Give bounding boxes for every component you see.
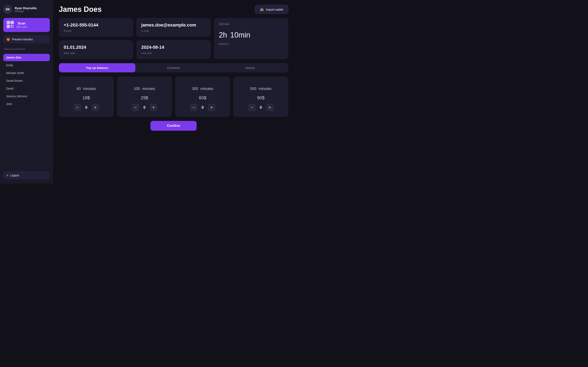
package-100-number: 100: [134, 87, 140, 91]
present-minutes-button[interactable]: 🎁 Present minutes: [3, 35, 50, 43]
wallet-icon: 👜: [260, 8, 264, 11]
avatar: RR: [3, 5, 12, 14]
sidebar-customer-item[interactable]: Emily: [3, 62, 50, 69]
email-label: E-mail: [141, 29, 206, 33]
package-100-price: 29$: [141, 95, 148, 100]
qr-icon: [7, 21, 14, 29]
package-500-unit: minutes: [259, 87, 272, 91]
package-60-increment[interactable]: +: [92, 104, 99, 111]
package-300-counter: − 0 +: [190, 104, 215, 111]
package-60-counter: − 0 +: [74, 104, 99, 111]
package-500-counter: − 0 +: [248, 104, 274, 111]
packages-grid: 60 minutes 18$ − 0 + 100 minutes 29$ −: [59, 76, 288, 117]
package-100-count: 0: [143, 105, 147, 110]
sidebar: RR Ryan Reynolds Manager: [0, 0, 53, 184]
last-visit-card: 2024-08-14 Last visit: [136, 40, 211, 59]
package-300-count: 0: [201, 105, 205, 110]
package-100-unit: minutes: [142, 87, 155, 91]
package-100-counter: − 0 +: [132, 104, 157, 111]
svg-rect-7: [13, 25, 13, 26]
balance-card: 130 min 2h 10min Balance: [214, 18, 288, 59]
balance-mins: 10min: [230, 31, 250, 39]
package-300-decrement[interactable]: −: [190, 104, 198, 111]
sidebar-customer-item[interactable]: David: [3, 85, 50, 92]
birthdate-value: 01.01.2024: [64, 45, 128, 50]
info-grid: +1-202-555-0144 Phone james.doe@example.…: [59, 18, 288, 59]
balance-big: 2h 10min: [219, 27, 283, 40]
phone-card: +1-202-555-0144 Phone: [59, 18, 133, 37]
import-wallet-label: Import wallet: [266, 8, 283, 11]
sidebar-customer-item[interactable]: James Doe: [3, 54, 50, 61]
sidebar-customer-item[interactable]: Michael Smith: [3, 69, 50, 77]
package-300-unit: minutes: [200, 87, 213, 91]
package-500-decrement[interactable]: −: [248, 104, 256, 111]
package-500-number: 500: [250, 87, 256, 91]
customers-list: James DoeEmilyMichael SmithSarah BrownDa…: [3, 54, 50, 168]
scan-subtitle: QR-code: [16, 25, 27, 28]
tabs-row: Top up balance Checkout History: [59, 63, 288, 72]
package-300-minutes: 300 minutes: [192, 82, 213, 92]
package-60-count: 0: [84, 105, 88, 110]
balance-minutes-raw: 130 min: [219, 22, 283, 26]
package-card-100: 100 minutes 29$ − 0 +: [117, 76, 172, 117]
tab-topup[interactable]: Top up balance: [59, 63, 135, 72]
balance-hours: 2h: [219, 31, 227, 39]
tab-history[interactable]: History: [212, 63, 288, 72]
package-card-60: 60 minutes 18$ − 0 +: [59, 76, 114, 117]
logout-label: Logout: [10, 174, 19, 177]
svg-rect-1: [8, 22, 9, 23]
user-info: Ryan Reynolds Manager: [15, 6, 37, 13]
user-name: Ryan Reynolds: [15, 6, 37, 10]
package-60-unit: minutes: [83, 87, 96, 91]
package-card-300: 300 minutes 60$ − 0 +: [175, 76, 230, 117]
import-wallet-button[interactable]: 👜 Import wallet: [255, 5, 288, 14]
svg-rect-8: [11, 27, 12, 28]
sidebar-customer-item[interactable]: John: [3, 100, 50, 108]
package-100-minutes: 100 minutes: [134, 82, 155, 92]
main-content: James Does 👜 Import wallet +1-202-555-01…: [53, 0, 294, 184]
package-300-number: 300: [192, 87, 198, 91]
balance-label: Balance: [219, 42, 283, 45]
sidebar-customer-item[interactable]: Jessica Johnson: [3, 92, 50, 100]
package-60-minutes: 60 minutes: [77, 82, 96, 92]
email-value: james.doe@example.com: [141, 22, 206, 28]
logout-button[interactable]: ⎋ Logout: [3, 171, 50, 179]
svg-rect-3: [11, 22, 13, 23]
logout-icon: ⎋: [7, 174, 8, 177]
birthdate-card: 01.01.2024 Birth date: [59, 40, 133, 59]
email-card: james.doe@example.com E-mail: [136, 18, 211, 37]
phone-value: +1-202-555-0144: [64, 22, 128, 28]
package-300-price: 60$: [199, 95, 207, 100]
package-500-price: 90$: [257, 95, 265, 100]
gift-icon: 🎁: [7, 38, 10, 41]
user-profile: RR Ryan Reynolds Manager: [3, 4, 50, 15]
package-100-increment[interactable]: +: [150, 104, 157, 111]
package-60-number: 60: [77, 87, 81, 91]
sidebar-customer-item[interactable]: Sarah Brown: [3, 77, 50, 84]
package-100-decrement[interactable]: −: [132, 104, 139, 111]
scan-qr-button[interactable]: Scan QR-code: [3, 18, 50, 32]
confirm-row: Confirm: [59, 121, 288, 131]
confirm-button[interactable]: Confirm: [150, 121, 196, 131]
scan-text: Scan QR-code: [16, 22, 27, 28]
package-60-price: 18$: [82, 95, 90, 100]
present-minutes-label: Present minutes: [12, 38, 33, 41]
svg-rect-9: [12, 26, 13, 27]
tab-checkout[interactable]: Checkout: [135, 63, 212, 72]
last-visit-label: Last visit: [141, 52, 206, 55]
package-60-decrement[interactable]: −: [74, 104, 81, 111]
page-title: James Does: [59, 5, 102, 14]
last-visit-value: 2024-08-14: [141, 45, 206, 50]
package-500-increment[interactable]: +: [266, 104, 274, 111]
package-500-count: 0: [259, 105, 263, 110]
package-card-500: 500 minutes 90$ − 0 +: [233, 76, 288, 117]
top-bar: James Does 👜 Import wallet: [59, 5, 288, 14]
svg-rect-6: [11, 25, 12, 26]
user-role: Manager: [15, 10, 37, 13]
scan-title: Scan: [16, 22, 27, 25]
svg-rect-5: [8, 26, 9, 27]
package-500-minutes: 500 minutes: [250, 82, 272, 92]
birthdate-label: Birth date: [64, 52, 128, 55]
recent-customers-label: Recent customers: [3, 48, 50, 50]
package-300-increment[interactable]: +: [208, 104, 215, 111]
